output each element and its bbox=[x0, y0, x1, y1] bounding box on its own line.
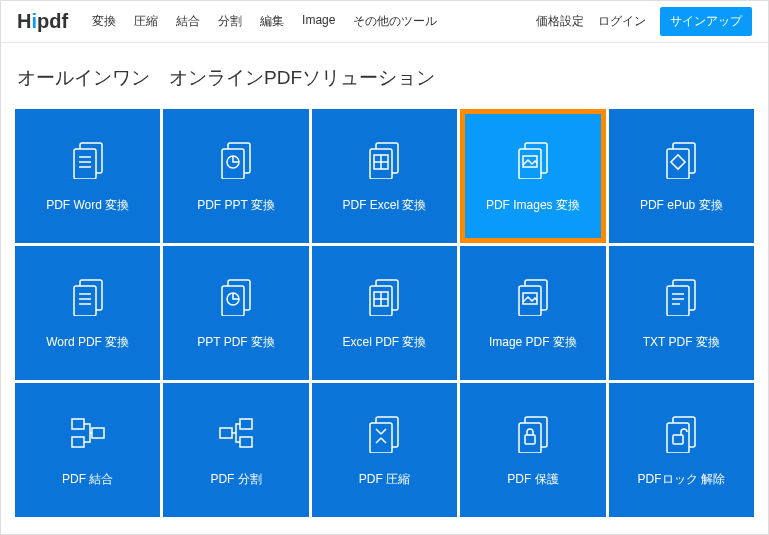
tile-label: PDF 結合 bbox=[62, 471, 113, 488]
tile-label: PDF PPT 変換 bbox=[197, 197, 275, 214]
svg-rect-40 bbox=[72, 419, 84, 429]
excel-doc-icon bbox=[362, 276, 406, 320]
tool-tile[interactable]: PDF Word 変換 bbox=[15, 109, 160, 243]
unlock-icon bbox=[659, 413, 703, 457]
txt-doc-icon bbox=[659, 276, 703, 320]
svg-rect-52 bbox=[667, 423, 689, 453]
tile-label: PDF Excel 変換 bbox=[342, 197, 426, 214]
svg-rect-45 bbox=[220, 428, 232, 438]
word-doc-icon bbox=[66, 276, 110, 320]
tool-grid: PDF Word 変換PDF PPT 変換PDF Excel 変換PDF Ima… bbox=[1, 109, 768, 517]
pricing-link[interactable]: 価格設定 bbox=[536, 13, 584, 30]
nav-compress[interactable]: 圧縮 bbox=[134, 13, 158, 30]
right-nav: 価格設定 ログイン サインアップ bbox=[536, 7, 752, 36]
lock-icon bbox=[511, 413, 555, 457]
svg-rect-1 bbox=[74, 149, 96, 179]
svg-rect-6 bbox=[222, 149, 244, 179]
svg-rect-17 bbox=[667, 149, 689, 179]
tile-label: PDF 分割 bbox=[210, 471, 261, 488]
tile-label: PDF Images 変換 bbox=[486, 197, 580, 214]
svg-rect-36 bbox=[667, 286, 689, 316]
epub-doc-icon bbox=[659, 139, 703, 183]
tool-tile[interactable]: PDF 分割 bbox=[163, 383, 308, 517]
nav-other-tools[interactable]: その他のツール bbox=[353, 13, 437, 30]
logo-text-pre: H bbox=[17, 10, 31, 32]
split-icon bbox=[214, 413, 258, 457]
tile-label: PDF ePub 変換 bbox=[640, 197, 723, 214]
tile-label: Word PDF 変換 bbox=[46, 334, 129, 351]
word-doc-icon bbox=[66, 139, 110, 183]
tile-label: Image PDF 変換 bbox=[489, 334, 577, 351]
image-doc-icon bbox=[511, 139, 555, 183]
compress-icon bbox=[362, 413, 406, 457]
excel-doc-icon bbox=[362, 139, 406, 183]
nav-edit[interactable]: 編集 bbox=[260, 13, 284, 30]
tool-tile[interactable]: TXT PDF 変換 bbox=[609, 246, 754, 380]
nav-image[interactable]: Image bbox=[302, 13, 335, 30]
signup-button[interactable]: サインアップ bbox=[660, 7, 752, 36]
tile-label: Excel PDF 変換 bbox=[342, 334, 426, 351]
tile-label: PDF 圧縮 bbox=[359, 471, 410, 488]
svg-rect-44 bbox=[240, 437, 252, 447]
svg-rect-42 bbox=[92, 428, 104, 438]
ppt-doc-icon bbox=[214, 276, 258, 320]
nav-split[interactable]: 分割 bbox=[218, 13, 242, 30]
logo-text-post: pdf bbox=[37, 10, 68, 32]
svg-rect-43 bbox=[240, 419, 252, 429]
tool-tile[interactable]: PDF 結合 bbox=[15, 383, 160, 517]
tool-tile[interactable]: PDF Images 変換 bbox=[460, 109, 605, 243]
tile-label: PDF 保護 bbox=[507, 471, 558, 488]
tool-tile[interactable]: PDF 保護 bbox=[460, 383, 605, 517]
svg-rect-20 bbox=[74, 286, 96, 316]
svg-rect-41 bbox=[72, 437, 84, 447]
tool-tile[interactable]: PDF PPT 変換 bbox=[163, 109, 308, 243]
tool-tile[interactable]: PPT PDF 変換 bbox=[163, 246, 308, 380]
tool-tile[interactable]: Word PDF 変換 bbox=[15, 246, 160, 380]
login-link[interactable]: ログイン bbox=[598, 13, 646, 30]
tile-label: TXT PDF 変換 bbox=[643, 334, 720, 351]
svg-rect-25 bbox=[222, 286, 244, 316]
tile-label: PDF Word 変換 bbox=[46, 197, 129, 214]
logo[interactable]: Hipdf bbox=[17, 10, 68, 33]
page-title: オールインワン オンラインPDFソリューション bbox=[1, 43, 768, 109]
merge-icon bbox=[66, 413, 110, 457]
tool-tile[interactable]: PDFロック 解除 bbox=[609, 383, 754, 517]
main-nav: 変換 圧縮 結合 分割 編集 Image その他のツール bbox=[92, 13, 437, 30]
tool-tile[interactable]: PDF ePub 変換 bbox=[609, 109, 754, 243]
nav-convert[interactable]: 変換 bbox=[92, 13, 116, 30]
nav-merge[interactable]: 結合 bbox=[176, 13, 200, 30]
tool-tile[interactable]: Excel PDF 変換 bbox=[312, 246, 457, 380]
tile-label: PDFロック 解除 bbox=[638, 471, 725, 488]
header: Hipdf 変換 圧縮 結合 分割 編集 Image その他のツール 価格設定 … bbox=[1, 1, 768, 43]
ppt-doc-icon bbox=[214, 139, 258, 183]
tile-label: PPT PDF 変換 bbox=[197, 334, 275, 351]
svg-rect-49 bbox=[519, 423, 541, 453]
tool-tile[interactable]: Image PDF 変換 bbox=[460, 246, 605, 380]
tool-tile[interactable]: PDF 圧縮 bbox=[312, 383, 457, 517]
tool-tile[interactable]: PDF Excel 変換 bbox=[312, 109, 457, 243]
image-doc-icon bbox=[511, 276, 555, 320]
